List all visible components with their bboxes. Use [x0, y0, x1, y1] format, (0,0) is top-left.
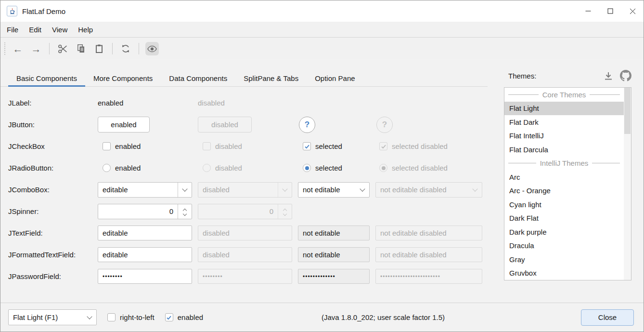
textfield-not-editable-disabled: not editable disabled — [375, 226, 482, 240]
tab[interactable]: Basic Components — [8, 70, 85, 86]
row-label: JRadioButton: — [8, 164, 92, 172]
row-label: JTextField: — [8, 229, 92, 237]
radio-circle[interactable] — [303, 164, 311, 172]
chevron-down-icon[interactable] — [355, 183, 369, 197]
combobox-editable[interactable]: editable — [98, 182, 192, 198]
radio-selected[interactable]: selected — [303, 164, 342, 172]
app-window: FlatLaf Demo FileEditViewHelp ← → — [0, 0, 644, 332]
checkbox-box[interactable] — [165, 313, 173, 321]
show-hidden-eye-icon[interactable] — [145, 42, 159, 55]
toolbar-separator — [49, 43, 50, 54]
spinner-arrows — [278, 204, 292, 219]
checkbox-box[interactable] — [107, 313, 116, 321]
enabled-checkbox[interactable]: enabled — [165, 313, 203, 321]
paste-icon[interactable] — [92, 42, 106, 55]
maximize-button[interactable] — [599, 0, 621, 22]
themes-list: Core ThemesFlat LightFlat DarkFlat Intel… — [504, 87, 631, 280]
spinner-down-icon — [283, 212, 287, 215]
spinner-arrows[interactable] — [178, 204, 192, 219]
theme-list-item[interactable]: Dracula — [504, 239, 624, 253]
radio-disabled: disabled — [203, 164, 242, 172]
checkbox-box — [379, 142, 387, 150]
formatted-textfield-editable[interactable]: editable — [98, 247, 192, 262]
tab[interactable]: Option Pane — [307, 70, 363, 86]
spinner-disabled: 0 — [198, 204, 292, 219]
checkbox-enabled[interactable]: enabled — [103, 142, 141, 150]
minimize-button[interactable] — [577, 0, 599, 22]
theme-list-item[interactable]: Flat Darcula — [504, 143, 624, 157]
java-version-info: (Java 1.8.0_202; user scale factor 1.5) — [322, 313, 445, 321]
textfield-editable[interactable]: editable — [98, 226, 192, 240]
chevron-down-icon[interactable] — [82, 310, 96, 325]
tab[interactable]: More Components — [85, 70, 161, 86]
right-to-left-checkbox[interactable]: right-to-left — [107, 313, 155, 321]
radio-circle — [379, 164, 387, 172]
copy-icon[interactable] — [74, 42, 88, 55]
menu-item[interactable]: Edit — [24, 22, 47, 38]
close-button[interactable]: Close — [581, 309, 634, 326]
window-title: FlatLaf Demo — [22, 7, 65, 15]
forward-icon[interactable]: → — [29, 42, 43, 55]
toolbar-separator — [112, 43, 113, 54]
chevron-down-icon[interactable] — [178, 183, 192, 197]
menu-item[interactable]: View — [47, 22, 73, 38]
refresh-icon[interactable] — [119, 42, 132, 55]
password-field-editable[interactable]: •••••••• — [98, 269, 192, 284]
theme-list-item[interactable]: Flat Dark — [504, 115, 624, 129]
theme-list-item[interactable]: Cyan light — [504, 198, 624, 212]
theme-list-item[interactable]: Flat IntelliJ — [504, 129, 624, 143]
combobox-disabled: disabled — [198, 182, 292, 198]
enabled-button[interactable]: enabled — [98, 117, 150, 133]
checkbox-disabled: disabled — [203, 142, 242, 150]
checkbox-box[interactable] — [303, 142, 311, 150]
row-label: JCheckBox — [8, 142, 92, 150]
theme-list-item[interactable]: IntelliJ Themes — [504, 157, 624, 171]
java-app-icon — [7, 6, 17, 16]
theme-list-item[interactable]: Gruvbox — [504, 266, 624, 280]
close-window-button[interactable] — [621, 0, 644, 22]
row-label: JComboBox: — [8, 186, 92, 194]
spinner-down-icon — [183, 212, 187, 215]
status-bar: Flat Light (F1) right-to-left enabled (J… — [0, 303, 644, 332]
themes-scrollbar[interactable] — [624, 88, 631, 280]
textfield-not-editable: not editable — [298, 226, 370, 240]
radio-circle[interactable] — [103, 164, 111, 172]
checkbox-box[interactable] — [103, 142, 111, 150]
theme-list-item[interactable]: Flat Light — [504, 102, 624, 116]
toolbar: ← → — [0, 38, 644, 59]
combobox-not-editable-disabled: not editable disabled — [375, 182, 482, 198]
laf-combobox[interactable]: Flat Light (F1) — [8, 309, 97, 325]
password-field-disabled: •••••••• — [198, 269, 292, 284]
toolbar-grip[interactable] — [4, 42, 5, 55]
spinner[interactable]: 0 — [98, 204, 192, 219]
theme-list-item[interactable]: Gray — [504, 252, 624, 266]
radio-circle — [203, 164, 211, 172]
chevron-down-icon — [468, 183, 482, 197]
menu-item[interactable]: Help — [73, 22, 98, 38]
row-label: JSpinner: — [8, 207, 92, 215]
cut-icon[interactable] — [56, 42, 69, 55]
row-label: JFormattedTextField: — [8, 251, 92, 259]
tab[interactable]: SplitPane & Tabs — [235, 70, 307, 86]
checkbox-selected-disabled: selected disabled — [379, 142, 448, 150]
checkbox-selected[interactable]: selected — [303, 142, 342, 150]
help-button[interactable]: ? — [299, 117, 315, 133]
back-icon[interactable]: ← — [11, 42, 25, 55]
theme-list-item[interactable]: Arc - Orange — [504, 184, 624, 198]
window-controls — [577, 0, 644, 22]
download-icon[interactable] — [604, 72, 613, 80]
password-field-not-editable-disabled: •••••••••••••••••••••••• — [375, 269, 482, 284]
github-icon[interactable] — [620, 70, 631, 81]
disabled-button: disabled — [198, 117, 252, 133]
theme-list-item[interactable]: Core Themes — [504, 88, 624, 102]
theme-list-item[interactable]: Arc — [504, 170, 624, 184]
radio-enabled[interactable]: enabled — [103, 164, 141, 172]
tab[interactable]: Data Components — [161, 70, 235, 86]
menu-item[interactable]: File — [1, 22, 24, 38]
theme-list-item[interactable]: Dark purple — [504, 225, 624, 239]
scrollbar-thumb[interactable] — [624, 88, 631, 134]
menu-bar: FileEditViewHelp — [0, 22, 644, 38]
theme-list-item[interactable]: Dark Flat — [504, 212, 624, 226]
combobox-not-editable[interactable]: not editable — [298, 182, 370, 198]
row-label: JPasswordField: — [8, 272, 92, 280]
